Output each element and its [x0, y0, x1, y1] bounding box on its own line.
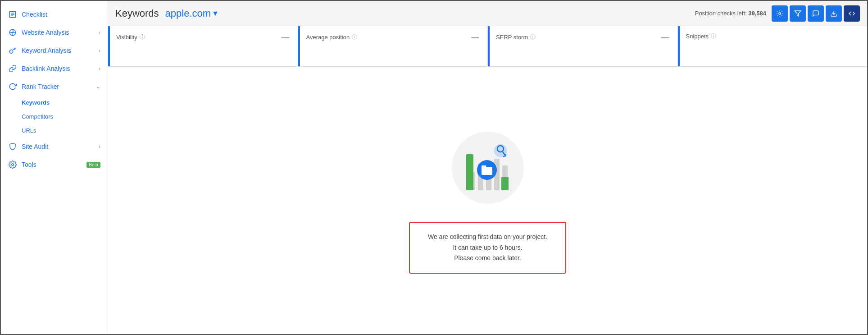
svg-rect-20	[501, 177, 509, 190]
chevron-left-icon4: ‹	[99, 143, 100, 150]
header-actions	[772, 5, 860, 22]
domain-dropdown-icon[interactable]: ▼	[212, 9, 219, 18]
svg-rect-28	[482, 165, 486, 168]
serp-storm-dash: —	[661, 32, 669, 42]
refresh-icon	[8, 82, 17, 91]
svg-marker-11	[795, 11, 800, 16]
stat-visibility: Visibility ⓘ —	[108, 26, 298, 66]
snippets-info-icon[interactable]: ⓘ	[711, 32, 716, 40]
chevron-left-icon3: ‹	[99, 65, 100, 72]
svg-rect-19	[466, 154, 473, 190]
svg-point-6	[9, 50, 13, 54]
sidebar-item-website-analysis-label: Website Analysis	[22, 29, 69, 36]
message-line1: We are collecting first data on your pro…	[428, 232, 547, 243]
main-content: Keywords apple.com ▼ Position checks lef…	[108, 1, 867, 334]
chevron-down-icon: ⌄	[96, 83, 100, 90]
sidebar-subitem-keywords[interactable]: Keywords	[1, 96, 108, 110]
stat-snippets: Snippets ⓘ	[678, 26, 868, 66]
link-icon	[8, 64, 17, 73]
message-line3: Please come back later.	[428, 253, 547, 264]
sidebar-subitem-urls[interactable]: URLs	[1, 124, 108, 138]
stats-bar: Visibility ⓘ — Average position ⓘ — SERP…	[108, 26, 867, 67]
stat-serp-storm: SERP storm ⓘ —	[488, 26, 678, 66]
visibility-info-icon[interactable]: ⓘ	[140, 33, 145, 41]
position-checks-info: Position checks left: 39,584	[695, 10, 766, 17]
download-button[interactable]	[826, 5, 842, 22]
beta-badge: Beta	[86, 162, 100, 168]
sidebar-item-website-analysis[interactable]: Website Analysis ‹	[1, 23, 108, 41]
visibility-dash: —	[282, 32, 290, 42]
audit-icon	[8, 142, 17, 151]
sidebar-item-site-audit[interactable]: Site Audit ‹	[1, 138, 108, 156]
sidebar-item-tools-label: Tools	[22, 161, 36, 168]
sidebar-subitem-competitors[interactable]: Competitors	[1, 110, 108, 124]
message-button[interactable]	[808, 5, 824, 22]
sidebar: Checklist Website Analysis ‹	[1, 1, 108, 334]
svg-point-9	[12, 164, 14, 166]
serp-storm-info-icon[interactable]: ⓘ	[530, 33, 536, 41]
collecting-data-message: We are collecting first data on your pro…	[409, 222, 566, 274]
domain-label[interactable]: apple.com	[165, 8, 211, 19]
page-title: Keywords	[115, 8, 159, 19]
list-icon	[8, 10, 17, 19]
chevron-left-icon: ‹	[99, 29, 100, 36]
sidebar-item-rank-tracker-label: Rank Tracker	[22, 83, 59, 90]
illustration	[447, 127, 528, 208]
gear-icon	[8, 160, 17, 169]
sidebar-item-checklist-label: Checklist	[22, 11, 47, 18]
stat-average-position: Average position ⓘ —	[298, 26, 488, 66]
sidebar-item-keyword-analysis-label: Keyword Analysis	[22, 47, 71, 54]
filter-button[interactable]	[790, 5, 806, 22]
sidebar-item-checklist[interactable]: Checklist	[1, 5, 108, 23]
sidebar-item-rank-tracker[interactable]: Rank Tracker ⌄	[1, 78, 108, 96]
key-icon	[8, 46, 17, 55]
avg-position-info-icon[interactable]: ⓘ	[352, 33, 357, 41]
svg-line-8	[14, 49, 15, 50]
rank-tracker-subnav: Keywords Competitors URLs	[1, 96, 108, 138]
sidebar-item-site-audit-label: Site Audit	[22, 143, 48, 150]
svg-point-10	[779, 13, 781, 14]
content-area: We are collecting first data on your pro…	[108, 67, 867, 334]
chart-icon	[8, 28, 17, 37]
sidebar-item-keyword-analysis[interactable]: Keyword Analysis ‹	[1, 41, 108, 60]
settings-button[interactable]	[772, 5, 788, 22]
sidebar-item-tools[interactable]: Tools Beta	[1, 156, 108, 174]
svg-rect-27	[482, 167, 492, 175]
sidebar-item-backlink-analysis[interactable]: Backlink Analysis ‹	[1, 60, 108, 78]
extra-button[interactable]	[844, 5, 860, 22]
sidebar-item-backlink-analysis-label: Backlink Analysis	[22, 65, 70, 72]
chevron-left-icon2: ‹	[99, 47, 100, 54]
avg-position-dash: —	[471, 32, 479, 42]
svg-line-7	[15, 49, 16, 50]
header: Keywords apple.com ▼ Position checks lef…	[108, 1, 867, 26]
message-line2: It can take up to 6 hours.	[428, 243, 547, 253]
